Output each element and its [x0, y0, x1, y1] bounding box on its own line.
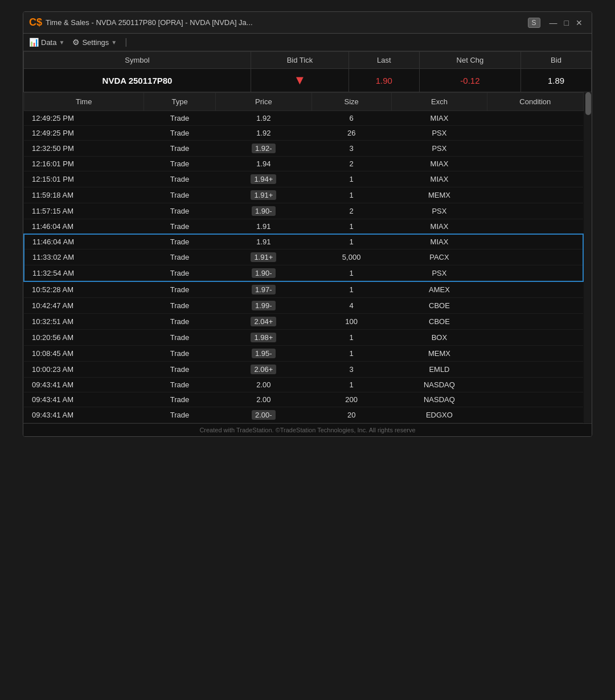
- settings-gear-icon: ⚙: [72, 38, 80, 47]
- cell-size: 2: [311, 157, 391, 171]
- table-row[interactable]: 10:00:23 AMTrade2.06+3EMLD: [24, 362, 583, 378]
- table-row[interactable]: 12:32:50 PMTrade1.92-3PSX: [24, 141, 583, 157]
- cell-price: 1.92-: [216, 141, 311, 157]
- cell-time: 12:49:25 PM: [24, 111, 144, 126]
- table-row[interactable]: 11:32:54 AMTrade1.90-1PSX: [24, 265, 583, 282]
- cell-exch: CBOE: [391, 314, 487, 330]
- restore-button[interactable]: □: [561, 17, 572, 28]
- cell-time: 11:59:18 AM: [24, 187, 144, 203]
- main-window: C$ Time & Sales - NVDA 250117P80 [OPRA] …: [23, 11, 592, 437]
- table-row[interactable]: 11:46:04 AMTrade1.911MIAX: [24, 234, 583, 249]
- cell-time: 11:46:04 AM: [24, 219, 144, 235]
- cell-price: 1.94: [216, 157, 311, 171]
- cell-type: Trade: [144, 281, 215, 298]
- cell-condition: [487, 126, 583, 141]
- summary-header-symbol: Symbol: [24, 52, 251, 69]
- cell-exch: PSX: [391, 265, 487, 282]
- data-menu[interactable]: 📊 Data ▼: [29, 38, 64, 47]
- cell-condition: [487, 407, 583, 423]
- cell-exch: MEMX: [391, 346, 487, 362]
- table-row[interactable]: 10:42:47 AMTrade1.99-4CBOE: [24, 298, 583, 314]
- cell-exch: MIAX: [391, 111, 487, 126]
- cell-size: 1: [311, 346, 391, 362]
- settings-chevron-icon: ▼: [111, 39, 117, 46]
- cell-price: 1.91: [216, 234, 311, 249]
- table-row[interactable]: 12:49:25 PMTrade1.9226PSX: [24, 126, 583, 141]
- cell-price: 2.00: [216, 392, 311, 407]
- table-row[interactable]: 12:49:25 PMTrade1.926MIAX: [24, 111, 583, 126]
- settings-label: Settings: [82, 38, 109, 47]
- cell-exch: MIAX: [391, 157, 487, 171]
- cell-condition: [487, 378, 583, 392]
- table-row[interactable]: 10:08:45 AMTrade1.95-1MEMX: [24, 346, 583, 362]
- table-row[interactable]: 09:43:41 AMTrade2.00-20EDGXO: [24, 407, 583, 423]
- cell-exch: PSX: [391, 203, 487, 219]
- cell-exch: MIAX: [391, 219, 487, 235]
- summary-last: 1.90: [348, 69, 419, 92]
- settings-menu[interactable]: ⚙ Settings ▼: [72, 38, 117, 47]
- cell-price: 1.98+: [216, 330, 311, 346]
- cell-condition: [487, 141, 583, 157]
- toolbar-separator: |: [125, 37, 127, 47]
- cell-type: Trade: [144, 234, 215, 249]
- window-badge[interactable]: S: [528, 18, 540, 28]
- cell-condition: [487, 362, 583, 378]
- table-row[interactable]: 10:20:56 AMTrade1.98+1BOX: [24, 330, 583, 346]
- close-button[interactable]: ✕: [572, 17, 586, 28]
- col-header-time: Time: [24, 93, 144, 111]
- cell-size: 1: [311, 378, 391, 392]
- table-row[interactable]: 12:16:01 PMTrade1.942MIAX: [24, 157, 583, 171]
- table-row[interactable]: 09:43:41 AMTrade2.001NASDAQ: [24, 378, 583, 392]
- table-row[interactable]: 10:52:28 AMTrade1.97-1AMEX: [24, 281, 583, 298]
- cell-condition: [487, 187, 583, 203]
- table-row[interactable]: 09:43:41 AMTrade2.00200NASDAQ: [24, 392, 583, 407]
- cell-time: 12:16:01 PM: [24, 157, 144, 171]
- title-bar: C$ Time & Sales - NVDA 250117P80 [OPRA] …: [23, 12, 592, 34]
- cell-time: 12:15:01 PM: [24, 171, 144, 187]
- cell-condition: [487, 314, 583, 330]
- summary-header-bid: Bid: [521, 52, 592, 69]
- scrollbar-thumb[interactable]: [585, 92, 591, 115]
- cell-time: 10:52:28 AM: [24, 281, 144, 298]
- table-row[interactable]: 10:32:51 AMTrade2.04+100CBOE: [24, 314, 583, 330]
- cell-type: Trade: [144, 330, 215, 346]
- table-row[interactable]: 11:46:04 AMTrade1.911MIAX: [24, 219, 583, 235]
- cell-type: Trade: [144, 407, 215, 423]
- cell-type: Trade: [144, 141, 215, 157]
- table-row[interactable]: 11:59:18 AMTrade1.91+1MEMX: [24, 187, 583, 203]
- cell-type: Trade: [144, 187, 215, 203]
- summary-bid: 1.89: [521, 69, 592, 92]
- footer-bar: Created with TradeStation. ©TradeStation…: [23, 423, 592, 436]
- cell-condition: [487, 219, 583, 235]
- cell-type: Trade: [144, 362, 215, 378]
- cell-type: Trade: [144, 126, 215, 141]
- cell-time: 11:33:02 AM: [24, 249, 144, 265]
- cell-price: 1.90-: [216, 203, 311, 219]
- summary-net-chg: -0.12: [419, 69, 520, 92]
- cell-exch: NASDAQ: [391, 392, 487, 407]
- summary-header-net-chg: Net Chg: [419, 52, 520, 69]
- scrollbar-track[interactable]: [584, 92, 592, 423]
- cell-condition: [487, 111, 583, 126]
- data-chevron-icon: ▼: [59, 39, 64, 46]
- table-row[interactable]: 12:15:01 PMTrade1.94+1MIAX: [24, 171, 583, 187]
- cell-type: Trade: [144, 157, 215, 171]
- cell-time: 09:43:41 AM: [24, 392, 144, 407]
- cell-size: 5,000: [311, 249, 391, 265]
- cell-price: 1.95-: [216, 346, 311, 362]
- cell-size: 100: [311, 314, 391, 330]
- app-icon: C$: [29, 17, 42, 28]
- col-header-price: Price: [216, 93, 311, 111]
- cell-price: 1.99-: [216, 298, 311, 314]
- cell-price: 1.91: [216, 219, 311, 235]
- cell-size: 1: [311, 265, 391, 282]
- cell-price: 1.91+: [216, 187, 311, 203]
- cell-price: 1.92: [216, 126, 311, 141]
- cell-condition: [487, 346, 583, 362]
- cell-time: 12:32:50 PM: [24, 141, 144, 157]
- minimize-button[interactable]: —: [546, 17, 561, 28]
- data-label: Data: [41, 38, 56, 47]
- table-row[interactable]: 11:57:15 AMTrade1.90-2PSX: [24, 203, 583, 219]
- summary-header-bid-tick: Bid Tick: [251, 52, 348, 69]
- table-row[interactable]: 11:33:02 AMTrade1.91+5,000PACX: [24, 249, 583, 265]
